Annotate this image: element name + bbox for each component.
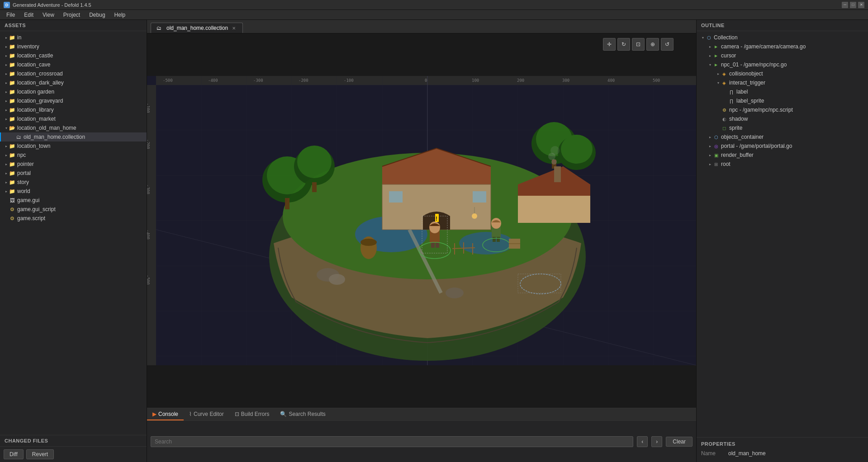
tab-console[interactable]: ▶ Console (147, 408, 184, 420)
tree-label-location-garden: location garden (17, 89, 54, 95)
tab-close-button[interactable]: ✕ (231, 25, 237, 31)
svg-point-53 (561, 135, 593, 164)
outline-item-root[interactable]: root (697, 160, 868, 169)
tree-label-npc: npc (17, 152, 26, 158)
outline-item-cursor[interactable]: cursor (697, 51, 868, 60)
tree-label-story: story (17, 179, 29, 185)
tree-arrow-game-gui-script (4, 207, 9, 212)
curve-editor-label: Curve Editor (194, 411, 224, 417)
diff-button[interactable]: Diff (4, 449, 24, 459)
menu-view[interactable]: View (38, 11, 59, 19)
tree-item-story[interactable]: story (0, 178, 147, 187)
outline-arrow-portal (707, 143, 713, 149)
svg-text:-100: -100 (147, 103, 150, 113)
folder-icon-location-town (9, 143, 15, 149)
assets-header: Assets (0, 20, 147, 31)
tree-item-old-man-home-collection[interactable]: old_man_home.collection (0, 132, 147, 141)
tree-item-location-graveyard[interactable]: location_graveyard (0, 96, 147, 105)
maximize-button[interactable]: □ (850, 2, 856, 8)
tab-build-errors[interactable]: ⊡ Build Errors (229, 408, 275, 420)
tree-item-location-market[interactable]: location_market (0, 114, 147, 123)
search-input-container (151, 436, 633, 447)
svg-text:-200: -200 (299, 78, 308, 83)
tree-arrow-game-gui (4, 198, 9, 203)
outline-item-label-sprite[interactable]: label_sprite (697, 96, 868, 105)
outline-icon-camera (713, 43, 719, 50)
svg-text:-300: -300 (147, 184, 150, 194)
tree-item-npc[interactable]: npc (0, 151, 147, 160)
outline-item-label[interactable]: label (697, 87, 868, 96)
tree-item-portal[interactable]: portal (0, 169, 147, 178)
clear-button[interactable]: Clear (666, 437, 693, 447)
rotate-tool-button[interactable]: ↻ (617, 38, 630, 51)
tree-label-game-gui: game.gui (17, 197, 39, 203)
outline-item-collisionobject[interactable]: collisionobject (697, 69, 868, 78)
tree-item-game-gui-script[interactable]: game.gui_script (0, 205, 147, 214)
outline-item-objects-container[interactable]: objects_container (697, 132, 868, 141)
tree-item-pointer[interactable]: pointer (0, 160, 147, 169)
build-errors-icon: ⊡ (235, 411, 239, 417)
svg-rect-48 (312, 182, 317, 192)
outline-item-npc-script[interactable]: npc - /game/npc/npc.script (697, 105, 868, 114)
menu-help[interactable]: Help (110, 11, 130, 19)
outline-arrow-shadow (716, 116, 721, 122)
menu-file[interactable]: File (2, 11, 19, 19)
outline-label-collisionobject: collisionobject (729, 71, 763, 77)
outline-item-sprite[interactable]: sprite (697, 123, 868, 132)
menu-debug[interactable]: Debug (85, 11, 109, 19)
anchor-tool-button[interactable]: ⊕ (646, 38, 659, 51)
outline-item-portal[interactable]: portal - /game/portal/portal.go (697, 141, 868, 151)
outline-label-label: label (736, 89, 748, 95)
outline-icon-portal (713, 143, 719, 149)
tab-old-man-home-collection[interactable]: old_man_home.collection ✕ (151, 23, 243, 33)
outline-item-render-buffer[interactable]: render_buffer (697, 151, 868, 160)
tree-item-location-library[interactable]: location_library (0, 105, 147, 114)
svg-rect-45 (285, 198, 289, 209)
menu-edit[interactable]: Edit (19, 11, 38, 19)
folder-icon-location-dark-alley (9, 80, 15, 86)
tree-arrow-location-graveyard (4, 98, 9, 104)
svg-text:-500: -500 (147, 275, 150, 285)
move-tool-button[interactable]: ✛ (603, 38, 616, 51)
outline-arrow-npc-script (716, 107, 721, 113)
tree-item-world[interactable]: world (0, 187, 147, 196)
tree-item-location-cave[interactable]: location_cave (0, 60, 147, 69)
tree-item-in[interactable]: in (0, 33, 147, 42)
build-errors-label: Build Errors (241, 411, 270, 417)
search-results-label: Search Results (289, 411, 325, 417)
svg-rect-69 (497, 237, 500, 242)
prop-name-label: Name (701, 450, 728, 457)
tree-item-location-garden[interactable]: location garden (0, 87, 147, 96)
tree-item-location-castle[interactable]: location_castle (0, 51, 147, 60)
tree-label-game-script: game.script (17, 215, 45, 222)
tree-item-location-crossroad[interactable]: location_crossroad (0, 69, 147, 78)
close-button[interactable]: ✕ (858, 2, 864, 8)
prev-result-button[interactable]: ‹ (637, 436, 648, 447)
tree-item-location-old-man-home[interactable]: location_old_man_home (0, 123, 147, 132)
outline-item-camera[interactable]: camera - /game/camera/camera.go (697, 42, 868, 51)
outline-item-interact-trigger[interactable]: interact_trigger (697, 78, 868, 87)
tree-item-location-town[interactable]: location_town (0, 141, 147, 151)
tree-item-location-dark-alley[interactable]: location_dark_alley (0, 78, 147, 87)
outline-item-npc01[interactable]: npc_01 - /game/npc/npc.go (697, 60, 868, 69)
tab-curve-editor[interactable]: ⌇ Curve Editor (184, 408, 229, 420)
refresh-tool-button[interactable]: ↺ (661, 38, 674, 51)
outline-label-render-buffer: render_buffer (721, 152, 754, 158)
minimize-button[interactable]: ─ (842, 2, 848, 8)
outline-item-collection[interactable]: Collection (697, 33, 868, 42)
folder-icon-location-castle (9, 52, 15, 59)
tree-arrow-location-town (4, 143, 9, 149)
search-input[interactable] (151, 436, 633, 447)
tree-item-game-gui[interactable]: game.gui (0, 196, 147, 205)
menu-project[interactable]: Project (59, 11, 85, 19)
revert-button[interactable]: Revert (26, 449, 54, 459)
folder-icon-inventory (9, 43, 15, 50)
tab-search-results[interactable]: 🔍 Search Results (275, 408, 331, 420)
next-result-button[interactable]: › (651, 436, 662, 447)
window-controls[interactable]: ─ □ ✕ (842, 2, 864, 8)
outline-icon-root (713, 161, 719, 167)
tree-item-game-script[interactable]: game.script (0, 214, 147, 223)
outline-item-shadow[interactable]: shadow (697, 114, 868, 123)
tree-item-inventory[interactable]: inventory (0, 42, 147, 51)
scale-tool-button[interactable]: ⊡ (632, 38, 645, 51)
